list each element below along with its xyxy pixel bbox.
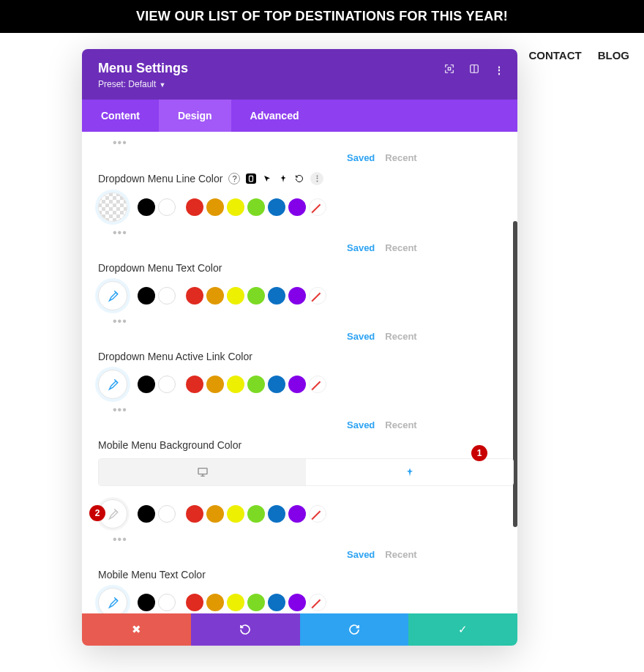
nav-contact[interactable]: CONTACT <box>528 49 581 61</box>
kebab-icon[interactable]: ⋮ <box>494 64 504 76</box>
svg-rect-0 <box>448 67 451 70</box>
banner-text: VIEW OUR LIST OF TOP DESTINATIONS FOR TH… <box>136 9 508 23</box>
menu-settings-modal: Menu Settings Preset: Default▼ ⋮ Content… <box>82 49 517 78</box>
sidebar-icon[interactable] <box>469 64 479 76</box>
nav-blog[interactable]: BLOG <box>598 49 629 61</box>
top-banner: VIEW OUR LIST OF TOP DESTINATIONS FOR TH… <box>0 0 644 33</box>
modal-header: Menu Settings Preset: Default▼ ⋮ <box>82 49 517 78</box>
modal-title: Menu Settings <box>98 61 501 76</box>
focus-icon[interactable] <box>444 64 454 76</box>
